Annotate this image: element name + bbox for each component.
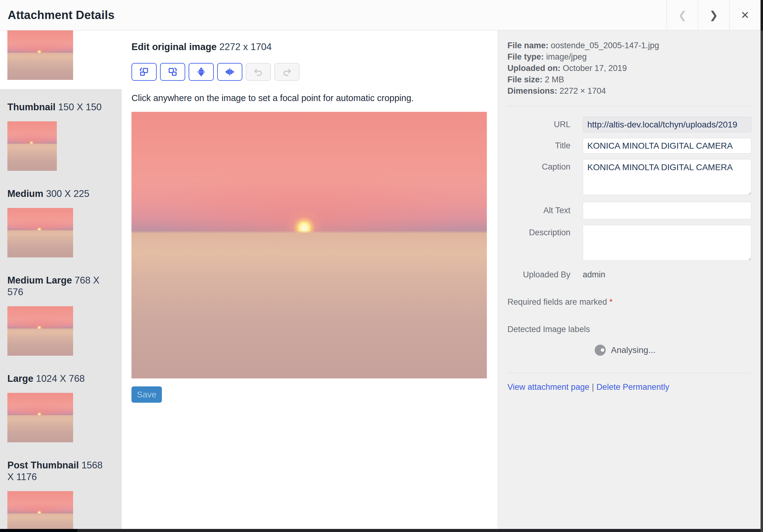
analysing-text: Analysing... xyxy=(611,345,655,355)
image-sizes-sidebar: Thumbnail 150 X 150 Medium 300 X 225 Med… xyxy=(0,31,122,532)
view-attachment-page-link[interactable]: View attachment page xyxy=(507,382,590,392)
close-icon: ✕ xyxy=(741,9,749,21)
attachment-fields-form: URL Title Caption KONICA MINOLTA DIGITAL… xyxy=(507,117,751,279)
size-entry-post-thumbnail: Post Thumbnail 1568 X 1176 xyxy=(7,460,114,532)
title-input[interactable] xyxy=(583,138,751,154)
next-attachment-button[interactable]: ❯ xyxy=(698,0,729,30)
size-entry-thumbnail: Thumbnail 150 X 150 xyxy=(7,101,114,171)
flip-horizontal-button[interactable] xyxy=(217,63,242,81)
attachment-details-modal: Attachment Details ❮ ❯ ✕ xyxy=(0,0,763,532)
size-thumbnail-image xyxy=(7,306,73,356)
spinner-icon xyxy=(595,345,606,356)
uploaded-by-label: Uploaded By xyxy=(507,270,583,279)
size-name: Medium xyxy=(7,188,43,199)
size-thumbnail-image xyxy=(7,393,73,442)
page-title: Attachment Details xyxy=(0,9,115,22)
link-separator: | xyxy=(592,382,594,392)
caption-textarea[interactable]: KONICA MINOLTA DIGITAL CAMERA xyxy=(583,159,751,195)
alt-text-input[interactable] xyxy=(583,202,751,219)
focal-point-instruction: Click anywhere on the image to set a foc… xyxy=(132,93,487,103)
window-scrollbar[interactable] xyxy=(761,0,763,532)
required-asterisk: * xyxy=(609,297,613,307)
caption-row: Caption KONICA MINOLTA DIGITAL CAMERA xyxy=(507,159,751,196)
undo-button[interactable] xyxy=(246,63,271,81)
save-button[interactable]: Save xyxy=(132,386,162,403)
size-entry-medium-large: Medium Large 768 X 576 xyxy=(7,274,114,356)
size-name: Thumbnail xyxy=(7,102,55,112)
edit-toolbar xyxy=(132,63,487,81)
url-input[interactable] xyxy=(583,117,751,132)
size-list: Thumbnail 150 X 150 Medium 300 X 225 Med… xyxy=(0,89,122,532)
size-entry-partial xyxy=(0,31,122,89)
close-button[interactable]: ✕ xyxy=(729,0,761,30)
alt-text-row: Alt Text xyxy=(507,202,751,219)
size-thumbnail-image xyxy=(7,31,73,80)
size-thumbnail-image xyxy=(7,121,57,171)
modal-chrome: Attachment Details ❮ ❯ ✕ xyxy=(0,0,761,532)
size-dimensions: 150 X 150 xyxy=(58,102,101,112)
size-thumbnail-image xyxy=(7,208,73,258)
url-label: URL xyxy=(507,120,583,129)
description-label: Description xyxy=(507,225,583,262)
flip-horizontal-icon xyxy=(224,66,235,77)
title-label: Title xyxy=(507,141,583,151)
modal-nav: ❮ ❯ ✕ xyxy=(667,0,761,30)
edit-preview-image[interactable] xyxy=(132,112,487,378)
size-name: Medium Large xyxy=(7,275,72,286)
window-bottom-edge xyxy=(0,529,761,532)
flip-vertical-icon xyxy=(196,66,207,77)
size-name: Large xyxy=(7,373,33,384)
title-row: Title xyxy=(507,138,751,154)
uploaded-by-row: Uploaded By admin xyxy=(507,270,751,279)
divider xyxy=(507,373,751,373)
editor-original-dimensions: 2272 x 1704 xyxy=(219,42,272,52)
redo-icon xyxy=(281,66,292,77)
modal-body: Thumbnail 150 X 150 Medium 300 X 225 Med… xyxy=(0,31,761,532)
previous-attachment-button[interactable]: ❮ xyxy=(667,0,698,30)
detected-labels-heading: Detected Image labels xyxy=(507,325,751,334)
delete-permanently-link[interactable]: Delete Permanently xyxy=(597,382,669,392)
image-editor-panel: Edit original image 2272 x 1704 xyxy=(122,31,497,532)
file-info: File name: oostende_05_2005-147-1.jpg Fi… xyxy=(507,40,751,97)
attachment-details-panel: File name: oostende_05_2005-147-1.jpg Fi… xyxy=(497,31,761,532)
size-dimensions: 300 X 225 xyxy=(46,188,89,199)
bottom-edge-segment xyxy=(0,529,77,532)
attachment-actions: View attachment page|Delete Permanently xyxy=(507,382,751,392)
divider xyxy=(507,106,751,106)
file-name-row: File name: oostende_05_2005-147-1.jpg xyxy=(507,40,751,51)
scrollbar-cap xyxy=(761,0,763,31)
size-entry-large: Large 1024 X 768 xyxy=(7,373,114,442)
file-size-row: File size: 2 MB xyxy=(507,74,751,85)
size-entry-medium: Medium 300 X 225 xyxy=(7,188,114,258)
rotate-left-button[interactable] xyxy=(132,63,157,81)
required-fields-note: Required fields are marked * xyxy=(507,297,751,307)
modal-header: Attachment Details ❮ ❯ ✕ xyxy=(0,0,761,31)
chevron-left-icon: ❮ xyxy=(678,9,687,21)
size-dimensions: 1024 X 768 xyxy=(36,373,85,384)
rotate-right-button[interactable] xyxy=(160,63,185,81)
file-type-row: File type: image/jpeg xyxy=(507,51,751,63)
chevron-right-icon: ❯ xyxy=(709,9,718,21)
editor-heading: Edit original image xyxy=(132,42,217,52)
redo-button[interactable] xyxy=(274,63,299,81)
flip-vertical-button[interactable] xyxy=(189,63,214,81)
rotate-left-icon xyxy=(139,66,150,77)
url-row: URL xyxy=(507,117,751,132)
dimensions-row: Dimensions: 2272 × 1704 xyxy=(507,85,751,97)
size-thumbnail-image xyxy=(7,491,73,532)
size-name: Post Thumbnail xyxy=(7,460,79,471)
analysing-status: Analysing... xyxy=(595,345,751,356)
rotate-right-icon xyxy=(167,66,178,77)
description-row: Description xyxy=(507,225,751,262)
caption-label: Caption xyxy=(507,159,583,196)
alt-text-label: Alt Text xyxy=(507,206,583,215)
description-textarea[interactable] xyxy=(583,225,751,261)
uploaded-by-value: admin xyxy=(583,270,605,279)
undo-icon xyxy=(253,66,264,77)
uploaded-on-row: Uploaded on: October 17, 2019 xyxy=(507,63,751,74)
